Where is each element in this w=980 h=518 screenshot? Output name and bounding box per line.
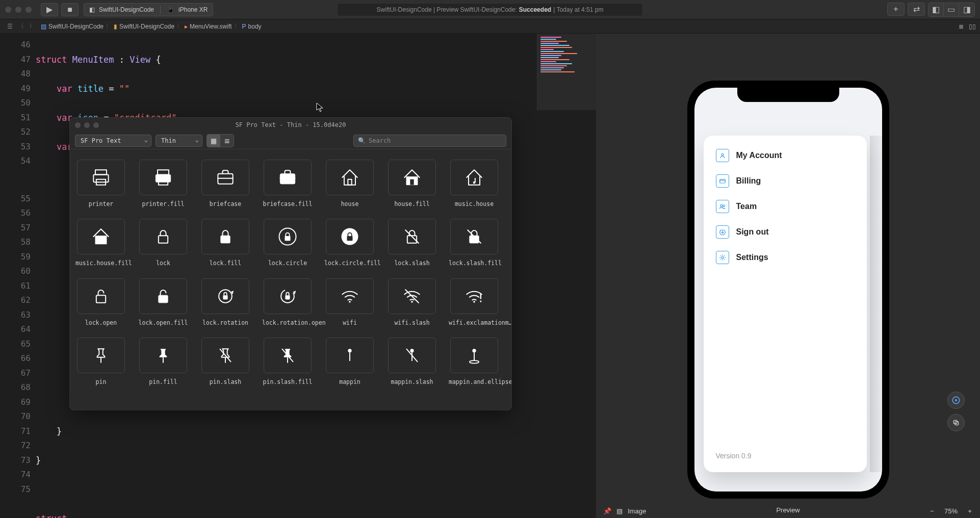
stop-button[interactable]: ■ [61,3,79,16]
menu-item[interactable]: Settings [716,251,855,264]
pin-icon[interactable]: 📌 [603,507,611,515]
sf-symbol-cell[interactable]: wifi.slash [388,278,436,326]
menu-item-icon [716,225,729,239]
menu-item[interactable]: Sign out [716,225,855,239]
sf-symbol-cell[interactable]: lock.rotation [201,278,249,326]
device-screen: My AccountBillingTeamSign outSettingsVer… [694,88,882,491]
run-button[interactable]: ▶ [41,3,58,16]
split-editor-icon[interactable]: ▯▯ [969,23,976,30]
sf-list-view[interactable]: ≡ [220,135,234,147]
sf-symbol-cell[interactable]: lock.fill [201,219,249,267]
svg-point-30 [349,301,351,303]
sf-symbols-panel: SF Pro Text - Thin - 15.0d4e20 SF Pro Te… [70,118,511,410]
zoom-in-button[interactable]: + [965,507,975,515]
scheme-selector[interactable]: ◧ SwiftUI-DesignCode 📱 iPhone XR [84,3,213,16]
sf-minimize-dot[interactable] [84,122,90,128]
editor-options-icon[interactable]: ≣ [959,23,964,30]
sf-symbol-cell[interactable]: pin [77,338,125,385]
library-button[interactable]: ⇄ [908,3,925,16]
crumb-symbol[interactable]: P body [242,23,262,30]
right-panel-toggle[interactable]: ◨ [959,3,974,16]
sf-symbol-grid[interactable]: printerprinter.fillbriefcasebriefcase.fi… [70,149,511,410]
sf-font-select[interactable]: SF Pro Text [75,135,151,147]
build-status: SwiftUI-DesignCode | Preview SwiftUI-Des… [337,3,643,16]
pin-icon [77,338,125,373]
sf-symbol-cell[interactable]: mappin [326,338,374,385]
minimize-dot[interactable] [15,7,21,13]
zoom-out-button[interactable]: − [927,507,937,515]
sf-symbol-cell[interactable]: pin.slash.fill [264,338,312,385]
sf-symbol-cell[interactable]: wifi.exclamationm… [450,278,498,326]
live-preview-button[interactable] [947,392,965,409]
sf-zoom-dot[interactable] [93,122,99,128]
sf-symbol-cell[interactable]: lock.open.fill [139,278,187,326]
sf-symbol-cell[interactable]: pin.fill [139,338,187,385]
sf-symbol-cell[interactable]: printer.fill [139,160,187,208]
code-editor[interactable]: 46 47 48 49 50 51 52 53 54 55 56 57 58 5… [0,34,596,518]
left-panel-toggle[interactable]: ◧ [929,3,944,16]
sf-symbol-cell[interactable]: music.house.fill [77,219,125,267]
pin.fill-icon [139,338,187,373]
sf-grid-view[interactable]: ▦ [207,135,220,147]
svg-point-33 [473,301,475,303]
crumb-folder[interactable]: ▮ SwiftUI-DesignCode [114,23,174,30]
status-prefix: SwiftUI-DesignCode | Preview SwiftUI-Des… [377,6,517,13]
nav-back[interactable]: 〈 [15,22,27,31]
menu-item[interactable]: My Account [716,149,855,162]
sf-symbol-label: printer.fill [142,200,184,208]
sf-weight-select[interactable]: Thin [156,135,202,147]
minimap[interactable] [537,34,596,110]
menu-item-label: Sign out [736,227,769,237]
sf-symbol-cell[interactable]: briefcase [201,160,249,208]
sf-search-field[interactable]: 🔍 Search [353,135,506,147]
menu-item[interactable]: Team [716,200,855,213]
lock.fill-icon [201,219,249,254]
folder-icon: ▮ [114,23,117,30]
sf-symbol-cell[interactable]: pin.slash [201,338,249,385]
menu-card: My AccountBillingTeamSign outSettingsVer… [704,136,867,472]
mappin.and.ellipse-icon [450,338,498,373]
bottom-panel-toggle[interactable]: ▭ [944,3,959,16]
lock.rotation.open-icon [264,278,312,314]
sf-symbol-label: briefcase.fill [263,200,313,208]
sf-symbol-cell[interactable]: lock.circle [264,219,312,267]
zoom-level: 75% [944,507,958,515]
sf-symbol-cell[interactable]: mappin.slash [388,338,436,385]
sf-symbol-cell[interactable]: lock.slash [388,219,436,267]
svg-rect-14 [159,236,168,244]
sf-symbol-cell[interactable]: lock.rotation.open [264,278,312,326]
sf-symbol-label: pin.fill [149,378,177,385]
add-button[interactable]: + [887,3,905,16]
menu-item[interactable]: Billing [716,174,855,188]
svg-rect-11 [410,179,414,185]
sf-symbol-cell[interactable]: house.fill [388,160,436,208]
sf-symbol-cell[interactable]: printer [77,160,125,208]
sf-symbol-cell[interactable]: lock [139,219,187,267]
related-items-icon[interactable]: ☰ [4,23,15,30]
sf-symbol-cell[interactable]: music.house [450,160,498,208]
sf-symbol-cell[interactable]: lock.slash.fill [450,219,498,267]
sf-symbol-cell[interactable]: mappin.and.ellipse [450,338,498,385]
svg-rect-27 [223,295,227,299]
nav-forward[interactable]: 〉 [27,22,38,31]
sf-symbol-cell[interactable]: lock.open [77,278,125,326]
search-icon: 🔍 [358,137,366,144]
duplicate-preview-button[interactable] [947,414,965,431]
sf-symbol-cell[interactable]: house [326,160,374,208]
crumb-project[interactable]: ▤ SwiftUI-DesignCode [41,23,104,30]
svg-rect-51 [719,179,725,183]
svg-rect-0 [95,170,107,174]
lock.circle-icon [264,219,312,254]
close-dot[interactable] [5,7,11,13]
lock.rotation-icon [201,278,249,314]
sf-titlebar: SF Pro Text - Thin - 15.0d4e20 [70,118,511,132]
printer.fill-icon [139,160,187,195]
sf-symbol-cell[interactable]: lock.circle.fill [326,219,374,267]
crumb-file[interactable]: ▸ MenuView.swift [185,23,231,30]
scheme-device: iPhone XR [178,6,208,13]
zoom-dot[interactable] [25,7,32,13]
sf-symbol-cell[interactable]: briefcase.fill [264,160,312,208]
sf-close-dot[interactable] [75,122,81,128]
mappin.slash-icon [388,338,436,373]
sf-symbol-cell[interactable]: wifi [326,278,374,326]
